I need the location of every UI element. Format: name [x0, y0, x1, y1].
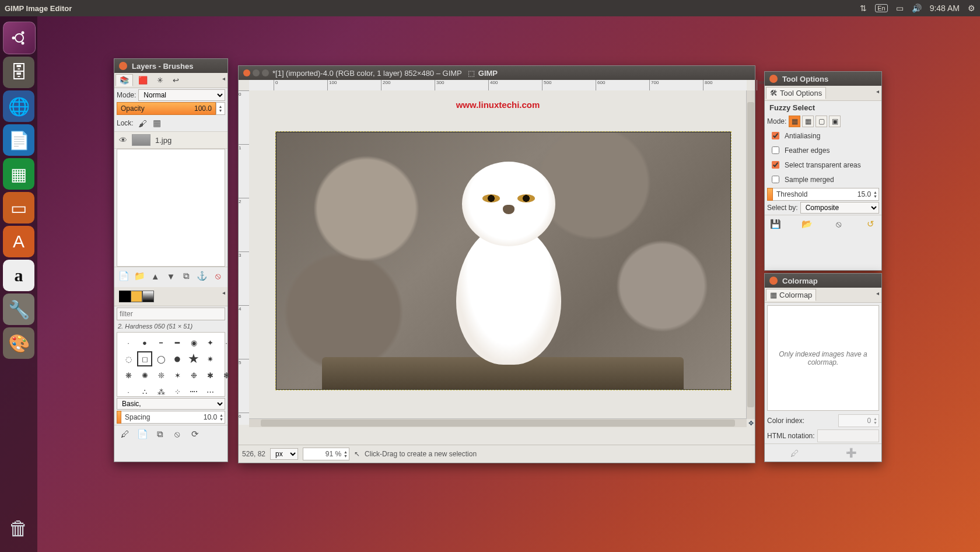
lock-alpha-icon[interactable]: ▦ [150, 116, 164, 130]
mode-replace[interactable]: ▦ [789, 116, 800, 127]
new-brush-icon[interactable]: 📄 [135, 427, 149, 441]
canvas-viewport[interactable]: www.linuxtechi.com [249, 90, 747, 425]
tab-colormap[interactable]: ▦ Colormap [766, 289, 816, 301]
layers-titlebar[interactable]: Layers - Brushes [114, 59, 228, 73]
edit-color-icon: 🖊 [788, 446, 802, 460]
tool-options-panel: Tool Options 🛠 Tool Options ◂ Fuzzy Sele… [764, 71, 882, 271]
horizontal-scrollbar[interactable] [249, 418, 747, 427]
feather-check[interactable]: Feather edges [765, 143, 881, 158]
launcher-software[interactable]: A [3, 226, 34, 257]
save-tooloptions-icon[interactable]: 💾 [768, 217, 782, 231]
launcher-firefox[interactable]: 🌐 [3, 90, 34, 122]
spacing-spinner[interactable]: Spacing 10.0 ▲▼ [121, 411, 225, 424]
opacity-slider[interactable]: Opacity 100.0 [117, 102, 216, 115]
layers-tabstrip: 📚 🟥 ✳ ↩ ◂ [114, 73, 228, 88]
brush-preset-select[interactable]: Basic, [117, 398, 225, 410]
duplicate-layer-icon[interactable]: ⧉ [180, 269, 192, 283]
launcher-dash[interactable] [3, 22, 36, 54]
image-titlebar[interactable]: *[1] (imported)-4.0 (RGB color, 1 layer)… [239, 66, 755, 80]
anchor-layer-icon[interactable]: ⚓ [196, 269, 208, 283]
vertical-scrollbar[interactable] [746, 90, 755, 419]
launcher-gimp[interactable]: 🎨 [3, 327, 34, 359]
lower-layer-icon[interactable]: ▼ [165, 269, 177, 283]
launcher-writer[interactable]: 📄 [3, 124, 34, 156]
status-coords: 526, 82 [242, 450, 265, 458]
launcher-files[interactable]: 🗄 [3, 57, 34, 88]
selection-mode-row: Mode: ▦ ▦ ▢ ▣ [767, 116, 879, 127]
tab-paths[interactable]: ✳ [153, 74, 167, 86]
brushes-tabstrip: ◂ [114, 287, 228, 306]
canvas-area: 01002003004005006007008009001000 0123456… [239, 80, 755, 445]
tab-menu-icon[interactable]: ◂ [875, 289, 880, 301]
tab-menu-icon[interactable]: ◂ [221, 74, 226, 86]
close-icon[interactable] [119, 62, 127, 70]
brush-filter-input[interactable] [117, 308, 225, 320]
html-notation-field: HTML notation: [767, 429, 879, 442]
tab-tool-options[interactable]: 🛠 Tool Options [766, 87, 826, 99]
transparent-check[interactable]: Select transparent areas [765, 158, 881, 172]
svg-point-2 [22, 32, 24, 34]
refresh-brush-icon[interactable]: ⟳ [188, 427, 202, 441]
select-by-select[interactable]: Composite [800, 202, 879, 214]
restore-tooloptions-icon[interactable]: 📂 [800, 217, 814, 231]
launcher-trash[interactable]: 🗑 [3, 512, 34, 544]
mode-intersect[interactable]: ▣ [829, 116, 841, 127]
ruler-vertical[interactable]: 0123456 [239, 90, 250, 425]
color-index-field: Color index: 0▲▼ [767, 414, 879, 427]
lock-row: Lock: 🖌 ▦ [117, 116, 225, 130]
layer-mode-select[interactable]: Normal [138, 89, 225, 101]
delete-brush-icon[interactable]: ⦸ [170, 427, 184, 441]
opacity-spinner[interactable]: ▲▼ [216, 102, 225, 115]
image-window: *[1] (imported)-4.0 (RGB color, 1 layer)… [238, 65, 755, 463]
launcher-amazon[interactable]: a [3, 260, 34, 291]
brush-grid[interactable]: ·●━━◉✦· ◌◻◯●★✷ ❋✺❊✶❉✱❃ ·∴⁂⁘᠁⋯ [117, 332, 225, 397]
reset-tooloptions-icon[interactable]: ↺ [864, 217, 878, 231]
colormap-titlebar[interactable]: Colormap [765, 274, 881, 288]
network-icon[interactable]: ⇅ [860, 4, 867, 13]
layers-list-area [117, 149, 225, 267]
navigation-icon[interactable]: ✥ [747, 419, 755, 427]
sample-merged-check[interactable]: Sample merged [765, 172, 881, 187]
layer-name: 1.jpg [155, 136, 172, 145]
battery-icon[interactable]: ▭ [896, 4, 904, 13]
tab-channels[interactable]: 🟥 [134, 74, 152, 86]
clock[interactable]: 9:48 AM [930, 4, 960, 13]
layer-row[interactable]: 👁 1.jpg [114, 131, 228, 149]
gear-icon[interactable]: ⚙ [968, 4, 975, 13]
tooloptions-titlebar[interactable]: Tool Options [765, 72, 881, 86]
ruler-horizontal[interactable]: 01002003004005006007008009001000 [249, 80, 747, 91]
status-unit-select[interactable]: px [270, 448, 298, 460]
edit-brush-icon[interactable]: 🖊 [118, 427, 132, 441]
close-icon[interactable] [769, 277, 778, 285]
colormap-tabstrip: ▦ Colormap ◂ [765, 288, 881, 303]
eye-icon[interactable]: 👁 [119, 135, 127, 145]
launcher-settings[interactable]: 🔧 [3, 294, 34, 325]
color-swatches[interactable] [116, 288, 158, 305]
launcher-calc[interactable]: ▦ [3, 158, 34, 190]
tab-menu-icon[interactable]: ◂ [875, 87, 880, 99]
layer-group-icon[interactable]: 📁 [134, 269, 146, 283]
close-icon[interactable] [769, 75, 778, 83]
launcher-impress[interactable]: ▭ [3, 192, 34, 223]
window-controls[interactable] [243, 69, 269, 76]
raise-layer-icon[interactable]: ▲ [149, 269, 162, 283]
status-hint: Click-Drag to create a new selection [365, 450, 477, 458]
keyboard-indicator[interactable]: En [875, 4, 887, 12]
delete-tooloptions-icon[interactable]: ⦸ [832, 217, 846, 231]
watermark-text: www.linuxtechi.com [456, 100, 540, 110]
mode-subtract[interactable]: ▢ [816, 116, 827, 127]
tab-layers[interactable]: 📚 [116, 74, 133, 86]
duplicate-brush-icon[interactable]: ⧉ [153, 427, 167, 441]
zoom-spinner[interactable]: 91 %▲▼ [303, 448, 349, 460]
antialiasing-check[interactable]: Antialiasing [765, 128, 881, 143]
threshold-spinner[interactable]: Threshold 15.0 ▲▼ [773, 188, 879, 201]
lock-pixels-icon[interactable]: 🖌 [136, 116, 150, 130]
brushes-tab-menu-icon[interactable]: ◂ [221, 288, 226, 305]
delete-layer-icon[interactable]: ⦸ [212, 269, 224, 283]
tab-undo[interactable]: ↩ [169, 74, 183, 86]
sound-icon[interactable]: 🔊 [912, 4, 922, 13]
wilber-icon: ⬚ [468, 69, 475, 78]
colormap-panel: Colormap ▦ Colormap ◂ Only indexed image… [764, 273, 882, 462]
mode-add[interactable]: ▦ [802, 116, 814, 127]
new-layer-icon[interactable]: 📄 [118, 269, 130, 283]
